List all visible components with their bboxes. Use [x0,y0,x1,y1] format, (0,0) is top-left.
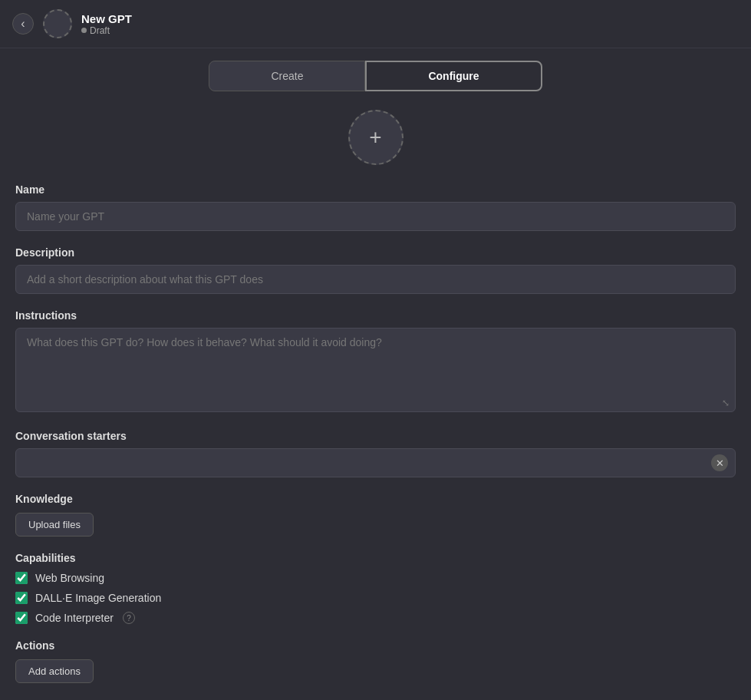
tab-configure[interactable]: Configure [365,61,542,91]
description-label: Description [15,246,736,259]
status-dot [81,28,87,33]
instructions-label: Instructions [15,309,736,322]
upload-files-button[interactable]: Upload files [15,513,94,537]
capability-dalle: DALL·E Image Generation [15,592,736,604]
back-icon: ‹ [21,17,25,31]
back-button[interactable]: ‹ [12,13,34,35]
header-status: Draft [81,25,132,36]
expand-icon[interactable]: ⤡ [722,398,730,408]
header-avatar [43,9,72,38]
name-label: Name [15,183,736,196]
capability-web-browsing: Web Browsing [15,572,736,584]
avatar-upload-button[interactable]: + [348,110,403,165]
header-info: New GPT Draft [81,12,132,36]
name-section: Name [15,183,736,231]
code-interpreter-help-icon[interactable]: ? [123,612,135,624]
actions-label: Actions [15,639,736,652]
gpt-title: New GPT [81,12,132,25]
instructions-textarea[interactable] [15,328,736,412]
web-browsing-label: Web Browsing [35,572,104,584]
name-input[interactable] [15,202,736,231]
capabilities-section: Capabilities Web Browsing DALL·E Image G… [15,552,736,624]
description-input[interactable] [15,265,736,294]
dalle-checkbox[interactable] [15,592,28,604]
avatar-upload-container: + [15,110,736,165]
dalle-label: DALL·E Image Generation [35,592,161,604]
capabilities-label: Capabilities [15,552,736,564]
instructions-section: Instructions ⤡ [15,309,736,414]
main-content: + Name Description Instructions ⤡ Conver… [0,97,751,700]
tab-create[interactable]: Create [209,61,365,91]
knowledge-section: Knowledge Upload files [15,493,736,537]
knowledge-label: Knowledge [15,493,736,505]
tab-bar: Create Configure [0,48,751,97]
instructions-wrapper: ⤡ [15,328,736,414]
capability-code-interpreter: Code Interpreter ? [15,612,736,624]
header: ‹ New GPT Draft [0,0,751,48]
add-actions-button[interactable]: Add actions [15,659,94,683]
code-interpreter-checkbox[interactable] [15,612,28,624]
plus-icon: + [369,125,381,150]
status-label: Draft [90,25,110,36]
starter-clear-button[interactable]: ✕ [711,454,728,471]
conversation-starters-label: Conversation starters [15,430,736,442]
conversation-starter-input[interactable] [15,448,736,477]
web-browsing-checkbox[interactable] [15,572,28,584]
actions-section: Actions Add actions [15,639,736,683]
description-section: Description [15,246,736,294]
code-interpreter-label: Code Interpreter [35,612,114,624]
conversation-starters-section: Conversation starters ✕ [15,430,736,477]
close-icon: ✕ [716,457,724,469]
starter-input-wrapper: ✕ [15,448,736,477]
